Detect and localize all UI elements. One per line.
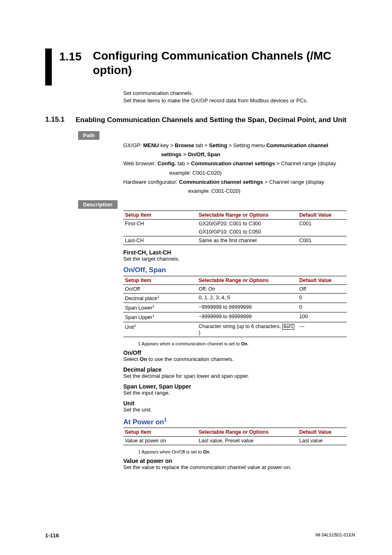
path-label: Path (78, 131, 99, 140)
page-footer: 1-116 IM 04L51B01-01EN (45, 532, 355, 539)
th-default: Default Value (297, 211, 347, 220)
cell-default: C001 (297, 220, 347, 228)
table-row: GX10/GP10: C001 to C050 (123, 228, 347, 236)
th-item: Setup Item (123, 211, 197, 220)
path-web: Web browser: Config. tab > Communication… (123, 160, 355, 168)
path-block: GX/GP: MENU key > Browse tab > Setting >… (123, 141, 355, 195)
th-default: Default Value (297, 276, 347, 285)
cell-range-b: GX10/GP10: C001 to C050 (197, 228, 298, 236)
table-header-row: Setup Item Selectable Range or Options D… (123, 211, 347, 220)
char-icon: Aa#1 (282, 324, 294, 330)
page: 1.15 Configuring Communication Channels … (0, 0, 392, 555)
cell-range-a: GX20/GP20: C001 to C300 (197, 220, 298, 228)
table-row: Unit1 Character string (up to 6 characte… (123, 322, 347, 337)
onoff-span-table: Setup Item Selectable Range or Options D… (123, 276, 347, 337)
channel-range-table: Setup Item Selectable Range or Options D… (123, 210, 347, 245)
th-item: Setup Item (123, 428, 197, 437)
onoff-text: Select On to use the communication chann… (123, 356, 347, 362)
th-range: Selectable Range or Options (197, 428, 298, 437)
table-row: First-CH GX20/GP20: C001 to C300 C001 (123, 220, 347, 228)
description-content: Setup Item Selectable Range or Options D… (123, 210, 347, 470)
onoff-span-head: On/Off, Span (123, 266, 347, 274)
th-range: Selectable Range or Options (197, 276, 298, 285)
th-range: Selectable Range or Options (197, 211, 298, 220)
first-last-text: Set the target channels. (123, 256, 347, 262)
footnote-atpower: 1 Appears when On/Off is set to On. (138, 449, 347, 454)
chapter-title-row: 1.15 Configuring Communication Channels … (45, 49, 355, 86)
cell-last-ch: Last-CH (123, 236, 197, 245)
section-number: 1.15.1 (45, 116, 76, 124)
title-black-bar (45, 49, 52, 86)
intro-line-2: Set these items to make the GX/GP record… (123, 97, 355, 104)
unit-head: Unit (123, 400, 347, 407)
table-row: Last-CH Same as the first channel C001 (123, 236, 347, 245)
value-power-head: Value at power on (123, 458, 347, 464)
table-header-row: Setup Item Selectable Range or Options D… (123, 276, 347, 285)
table-row: On/Off Off, On Off (123, 285, 347, 294)
at-power-on-table: Setup Item Selectable Range or Options D… (123, 428, 347, 445)
path-hw-cont: example: C001-C020) (123, 187, 355, 195)
table-row: Value at power on Last value, Preset val… (123, 437, 347, 445)
intro-line-1: Set communication channels. (123, 90, 355, 97)
at-power-on-head: At Power on1 (123, 417, 347, 426)
table-row: Span Lower1 −9999999 to 99999999 0 (123, 303, 347, 312)
th-default: Default Value (297, 428, 347, 437)
intro-paragraph: Set communication channels. Set these it… (123, 90, 355, 104)
value-power-text: Set the value to replace the communicati… (123, 464, 347, 470)
cell-range: Same as the first channel (197, 236, 298, 245)
page-number: 1-116 (45, 532, 59, 539)
span-text: Set the input range. (123, 390, 347, 396)
doc-id: IM 04L51B01-01EN (315, 532, 355, 539)
chapter-title: Configuring Communication Channels (/MC … (93, 49, 355, 77)
table-row: Decimal place1 0, 1, 2, 3, 4, 5 0 (123, 294, 347, 303)
decimal-head: Decimal place (123, 366, 347, 373)
path-hw: Hardware configurator: Communication cha… (123, 178, 355, 186)
cell-default: C001 (297, 236, 347, 245)
path-gxgp: GX/GP: MENU key > Browse tab > Setting >… (123, 141, 355, 150)
cell-first-ch: First-CH (123, 220, 197, 228)
path-gxgp-cont: settings > On/Off, Span (123, 150, 355, 159)
section-heading-row: 1.15.1 Enabling Communication Channels a… (45, 116, 355, 125)
unit-text: Set the unit. (123, 407, 347, 413)
first-last-head: First-CH, Last-CH (123, 249, 347, 256)
footnote-onoffspan: 1 Appears when a communication channel i… (138, 341, 347, 346)
table-header-row: Setup Item Selectable Range or Options D… (123, 428, 347, 437)
th-item: Setup Item (123, 276, 197, 285)
table-row: Span Upper1 −9999999 to 99999999 100 (123, 312, 347, 322)
decimal-text: Set the decimal place for span lower and… (123, 373, 347, 379)
description-label: Description (78, 200, 118, 209)
onoff-head: On/Off (123, 349, 347, 356)
chapter-number: 1.15 (59, 49, 93, 63)
section-title: Enabling Communication Channels and Sett… (76, 116, 355, 125)
span-head: Span Lower, Span Upper (123, 383, 347, 390)
path-web-cont: example: C001-C020) (123, 169, 355, 177)
